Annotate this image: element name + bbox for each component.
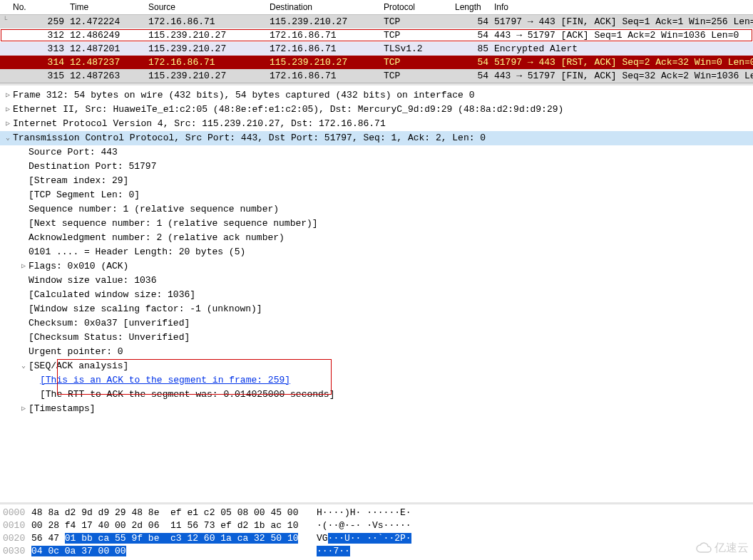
cell-time: 12.472224 — [67, 16, 145, 28]
cell-time: 12.486249 — [67, 29, 145, 41]
cell-source: 172.16.86.71 — [145, 16, 267, 28]
packet-detail-pane: ▷Frame 312: 54 bytes on wire (432 bits),… — [0, 83, 753, 502]
hex-bytes: 00 28 f4 17 40 00 2d 06 11 56 73 ef d2 1… — [31, 519, 317, 532]
direction-arrow-icon — [0, 29, 10, 41]
cell-no: 313 — [10, 43, 67, 55]
col-header-source[interactable]: Source — [145, 1, 267, 13]
hex-ascii: VG···U·· ··`··2P· — [317, 532, 411, 545]
cell-destination: 172.16.86.71 — [267, 43, 381, 55]
hex-ascii: ···7·· — [317, 545, 350, 558]
detail-hlen[interactable]: 0101 .... = Header Length: 20 bytes (5) — [0, 245, 753, 259]
cell-info: 443 → 51797 [FIN, ACK] Seq=32 Ack=2 Win=… — [491, 70, 753, 82]
hex-row[interactable]: 003004 0c 0a 37 00 00···7·· — [0, 545, 753, 558]
cell-no: 312 — [10, 29, 67, 41]
cell-time: 12.487237 — [67, 56, 145, 68]
direction-arrow-icon: └ — [0, 16, 10, 28]
detail-ackto[interactable]: [This is an ACK to the segment in frame:… — [0, 373, 753, 388]
detail-win[interactable]: Window size value: 1036 — [0, 274, 753, 288]
cell-length: 85 — [452, 43, 491, 55]
hex-bytes: 48 8a d2 9d d9 29 48 8e ef e1 c2 05 08 0… — [31, 507, 317, 519]
hex-row[interactable]: 002056 47 01 bb ca 55 9f be c3 12 60 1a … — [0, 532, 753, 545]
detail-seqack[interactable]: ⌄ [SEQ/ACK analysis] — [0, 359, 753, 373]
hex-row[interactable]: 001000 28 f4 17 40 00 2d 06 11 56 73 ef … — [0, 519, 753, 532]
collapse-icon[interactable]: ⌄ — [19, 359, 29, 373]
cell-source: 172.16.86.71 — [145, 56, 267, 68]
expand-icon[interactable]: ▷ — [19, 402, 29, 416]
packet-row[interactable]: └25912.472224172.16.86.71115.239.210.27T… — [0, 15, 753, 28]
hex-ascii: ·(··@·-· ·Vs····· — [317, 519, 411, 532]
hex-offset: 0020 — [3, 532, 31, 545]
cell-destination: 172.16.86.71 — [267, 29, 381, 41]
cell-no: 259 — [10, 16, 67, 28]
detail-eth-text: Ethernet II, Src: HuaweiTe_e1:c2:05 (48:… — [13, 103, 563, 117]
expand-icon[interactable]: ▷ — [3, 103, 13, 117]
hex-offset: 0010 — [3, 519, 31, 532]
cloud-icon — [696, 542, 712, 555]
hex-bytes: 04 0c 0a 37 00 00 — [31, 545, 317, 558]
cell-info: 51797 → 443 [FIN, ACK] Seq=1 Ack=1 Win=2… — [491, 16, 753, 28]
cell-protocol: TCP — [381, 56, 452, 68]
cell-destination: 172.16.86.71 — [267, 70, 381, 82]
detail-rtt[interactable]: [The RTT to ACK the segment was: 0.01402… — [0, 388, 753, 402]
cell-info: 443 → 51797 [ACK] Seq=1 Ack=2 Win=1036 L… — [491, 29, 753, 41]
packet-list-pane: No. Time Source Destination Protocol Len… — [0, 0, 753, 83]
packet-row[interactable]: 31212.486249115.239.210.27172.16.86.71TC… — [0, 28, 753, 42]
col-header-info[interactable]: Info — [491, 1, 753, 13]
col-header-no[interactable]: No. — [10, 1, 67, 13]
detail-chkstatus[interactable]: [Checksum Status: Unverified] — [0, 331, 753, 345]
cell-length: 54 — [452, 16, 491, 28]
detail-srcport[interactable]: Source Port: 443 — [0, 145, 753, 160]
detail-winscale[interactable]: [Window size scaling factor: -1 (unknown… — [0, 302, 753, 316]
expand-icon[interactable]: ▷ — [3, 117, 13, 131]
detail-tcp-text: Transmission Control Protocol, Src Port:… — [13, 131, 486, 145]
cell-no: 315 — [10, 70, 67, 82]
hex-ascii: H····)H· ······E· — [317, 507, 411, 519]
detail-calcwin[interactable]: [Calculated window size: 1036] — [0, 288, 753, 302]
expand-icon[interactable]: ▷ — [19, 259, 29, 274]
cell-length: 54 — [452, 56, 491, 68]
detail-timestamps[interactable]: ▷[Timestamps] — [0, 402, 753, 416]
packet-row[interactable]: 31312.487201115.239.210.27172.16.86.71TL… — [0, 42, 753, 56]
detail-checksum[interactable]: Checksum: 0x0a37 [unverified] — [0, 316, 753, 331]
detail-frame-text: Frame 312: 54 bytes on wire (432 bits), … — [13, 88, 475, 103]
expand-icon[interactable]: ▷ — [3, 88, 13, 103]
detail-seglen[interactable]: [TCP Segment Len: 0] — [0, 188, 753, 202]
cell-destination: 115.239.210.27 — [267, 56, 381, 68]
hex-dump-pane: 000048 8a d2 9d d9 29 48 8e ef e1 c2 05 … — [0, 502, 753, 560]
hex-bytes: 56 47 01 bb ca 55 9f be c3 12 60 1a ca 3… — [31, 532, 317, 545]
detail-urg[interactable]: Urgent pointer: 0 — [0, 345, 753, 359]
direction-arrow-icon — [0, 70, 10, 82]
direction-arrow-icon — [0, 43, 10, 55]
cell-source: 115.239.210.27 — [145, 43, 267, 55]
detail-dstport[interactable]: Destination Port: 51797 — [0, 160, 753, 174]
cell-source: 115.239.210.27 — [145, 29, 267, 41]
detail-seq[interactable]: Sequence number: 1 (relative sequence nu… — [0, 202, 753, 217]
detail-ethernet[interactable]: ▷Ethernet II, Src: HuaweiTe_e1:c2:05 (48… — [0, 103, 753, 117]
cell-length: 54 — [452, 70, 491, 82]
col-header-destination[interactable]: Destination — [267, 1, 381, 13]
detail-stream[interactable]: [Stream index: 29] — [0, 174, 753, 188]
packet-row[interactable]: 31412.487237172.16.86.71115.239.210.27TC… — [0, 56, 753, 69]
detail-ack[interactable]: Acknowledgment number: 2 (relative ack n… — [0, 231, 753, 245]
hex-row[interactable]: 000048 8a d2 9d d9 29 48 8e ef e1 c2 05 … — [0, 507, 753, 519]
collapse-icon[interactable]: ⌄ — [3, 131, 13, 145]
packet-rows: └25912.472224172.16.86.71115.239.210.27T… — [0, 15, 753, 83]
detail-tcp[interactable]: ⌄Transmission Control Protocol, Src Port… — [0, 131, 753, 145]
cell-protocol: TLSv1.2 — [381, 43, 452, 55]
cell-protocol: TCP — [381, 29, 452, 41]
detail-frame[interactable]: ▷Frame 312: 54 bytes on wire (432 bits),… — [0, 88, 753, 103]
cell-destination: 115.239.210.27 — [267, 16, 381, 28]
col-header-time[interactable]: Time — [67, 1, 145, 13]
detail-nextseq[interactable]: [Next sequence number: 1 (relative seque… — [0, 217, 753, 231]
col-header-length[interactable]: Length — [452, 1, 491, 13]
detail-ip[interactable]: ▷Internet Protocol Version 4, Src: 115.2… — [0, 117, 753, 131]
hex-offset: 0000 — [3, 507, 31, 519]
cell-source: 115.239.210.27 — [145, 70, 267, 82]
cell-protocol: TCP — [381, 70, 452, 82]
col-header-protocol[interactable]: Protocol — [381, 1, 452, 13]
cell-info: 51797 → 443 [RST, ACK] Seq=2 Ack=32 Win=… — [491, 56, 753, 68]
detail-flags[interactable]: ▷Flags: 0x010 (ACK) — [0, 259, 753, 274]
packet-row[interactable]: 31512.487263115.239.210.27172.16.86.71TC… — [0, 69, 753, 83]
packet-list-header: No. Time Source Destination Protocol Len… — [0, 0, 753, 15]
cell-info: Encrypted Alert — [491, 43, 753, 55]
